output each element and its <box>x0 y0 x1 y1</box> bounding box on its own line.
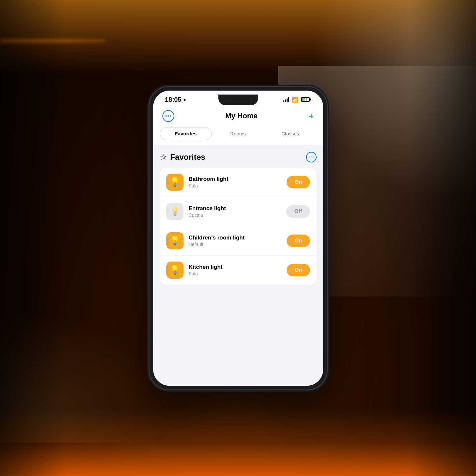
favorites-section-header: ☆ Favorites <box>160 152 317 162</box>
device-list: 💡 Bathroom light Sala On 💡 <box>160 168 317 285</box>
app-content: ☆ Favorites <box>153 145 323 386</box>
list-item[interactable]: 💡 Entrance light Cucina Off <box>160 197 317 226</box>
wifi-icon: 📶 <box>292 97 298 103</box>
status-time: 18:05 <box>165 96 182 103</box>
device-info-0: Bathroom light Sala <box>189 176 282 188</box>
list-item[interactable]: 💡 Children's room light Default On <box>160 226 317 256</box>
app-title: My Home <box>225 112 258 120</box>
section-title-group: ☆ Favorites <box>160 153 206 162</box>
toggle-button-0[interactable]: On <box>287 176 310 188</box>
device-info-3: Kitchen light Sala <box>189 264 282 276</box>
device-room-2: Default <box>189 242 282 247</box>
device-icon-wrap-1: 💡 <box>166 203 183 220</box>
device-icon-wrap-0: 💡 <box>166 174 183 191</box>
app-header: My Home + <box>153 106 323 127</box>
bulb-icon-2: 💡 <box>170 236 180 246</box>
battery-tip <box>310 98 311 100</box>
menu-button[interactable] <box>162 110 174 122</box>
device-icon-wrap-3: 💡 <box>166 262 183 279</box>
list-item[interactable]: 💡 Kitchen light Sala On <box>160 256 317 285</box>
signal-bar-4 <box>288 97 289 102</box>
device-name-0: Bathroom light <box>189 176 282 182</box>
left-shadow-overlay <box>0 0 66 476</box>
signal-icon <box>283 97 289 102</box>
location-icon: ► <box>183 97 187 102</box>
device-name-1: Entrance light <box>189 205 281 212</box>
phone-shell: 18:05 ► 📶 24 <box>149 87 327 390</box>
section-dots-icon <box>309 156 314 158</box>
signal-bar-2 <box>285 99 286 102</box>
battery-icon: 24 <box>301 97 311 102</box>
toggle-button-1[interactable]: Off <box>286 205 310 218</box>
toggle-button-2[interactable]: On <box>287 235 310 247</box>
tab-rooms[interactable]: Rooms <box>212 127 264 140</box>
battery-label: 24 <box>302 98 309 101</box>
device-name-2: Children's room light <box>189 235 282 241</box>
bulb-icon-1: 💡 <box>170 206 180 216</box>
toggle-button-3[interactable]: On <box>287 264 310 276</box>
list-item[interactable]: 💡 Bathroom light Sala On <box>160 168 317 197</box>
phone-notch <box>218 95 258 105</box>
right-shadow-overlay <box>410 0 476 476</box>
device-info-1: Entrance light Cucina <box>189 205 281 218</box>
section-title: Favorites <box>170 153 206 162</box>
bulb-icon-0: 💡 <box>170 177 180 187</box>
add-button[interactable]: + <box>309 112 314 120</box>
tab-favorites[interactable]: Favorites <box>160 127 212 140</box>
tab-classes[interactable]: Classes <box>264 127 317 140</box>
device-info-2: Children's room light Default <box>189 235 282 247</box>
section-menu-button[interactable] <box>306 152 317 162</box>
signal-bar-1 <box>283 100 284 102</box>
bottom-orange-light <box>0 410 476 476</box>
device-room-1: Cucina <box>189 212 281 218</box>
device-name-3: Kitchen light <box>189 264 282 270</box>
signal-bar-3 <box>287 98 288 102</box>
tab-bar: Favorites Rooms Classes <box>153 127 323 145</box>
status-icons: 📶 24 <box>283 97 311 103</box>
bulb-icon-3: 💡 <box>170 265 180 275</box>
device-room-0: Sala <box>189 183 282 188</box>
device-room-3: Sala <box>189 271 282 276</box>
phone: 18:05 ► 📶 24 <box>149 87 327 390</box>
device-icon-wrap-2: 💡 <box>166 232 183 249</box>
star-icon: ☆ <box>160 153 167 162</box>
phone-screen: 18:05 ► 📶 24 <box>153 91 323 386</box>
menu-dots-icon <box>165 115 171 117</box>
